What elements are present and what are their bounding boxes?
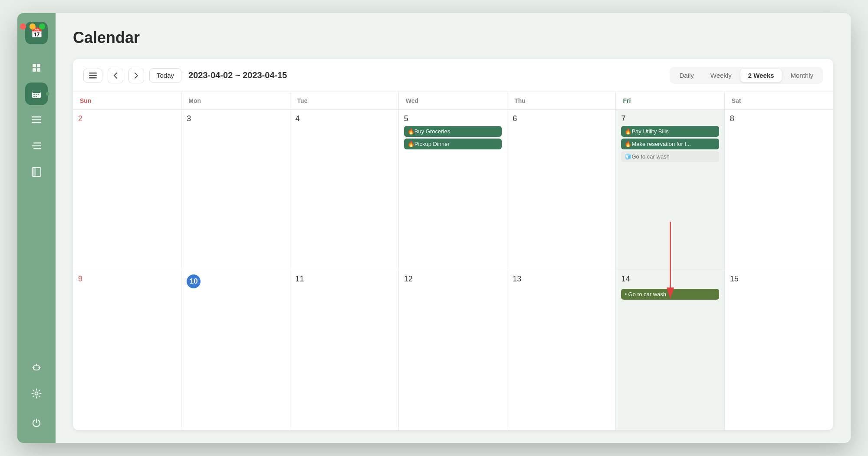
week-row-1: 2 3 4 5 🔥Buy Groceries — [73, 110, 833, 270]
day-cell-6[interactable]: 6 — [507, 110, 616, 270]
header-sun: Sun — [73, 92, 181, 109]
sidebar-icon-recycle[interactable] — [25, 356, 48, 379]
align-icon — [32, 142, 41, 150]
svg-rect-23 — [89, 75, 97, 76]
view-btn-weekly[interactable]: Weekly — [703, 69, 740, 82]
day-cell-11[interactable]: 11 — [290, 270, 399, 430]
sidebar-icon-grid[interactable] — [25, 56, 48, 79]
event-make-reservation[interactable]: 🔥Make reservation for f... — [621, 139, 719, 149]
event-pay-utility[interactable]: 🔥Pay Utility Bills — [621, 126, 719, 137]
header-fri: Fri — [616, 92, 724, 109]
day-number-13: 13 — [513, 274, 521, 284]
svg-rect-22 — [89, 73, 97, 74]
calendar-grid-wrapper: Sun Mon Tue Wed Thu Fri Sat 2 — [73, 92, 833, 430]
svg-rect-3 — [37, 68, 40, 72]
today-badge-wrapper: 10 — [187, 274, 284, 288]
list-icon — [32, 116, 41, 124]
today-button[interactable]: Today — [149, 68, 181, 83]
power-icon — [32, 418, 41, 428]
view-btn-monthly[interactable]: Monthly — [783, 69, 821, 82]
svg-rect-2 — [33, 68, 36, 72]
view-btn-2weeks[interactable]: 2 Weeks — [740, 69, 782, 82]
header-sat: Sat — [725, 92, 833, 109]
header-wed: Wed — [399, 92, 507, 109]
grid-icon — [32, 63, 41, 73]
sidebar: 📅 — [17, 13, 56, 443]
sidebar-icon-power[interactable] — [25, 412, 48, 434]
recycle-icon — [31, 362, 42, 373]
svg-rect-10 — [38, 94, 39, 95]
day-number-15: 15 — [730, 274, 739, 284]
day-cell-4[interactable]: 4 — [290, 110, 399, 270]
svg-rect-1 — [37, 64, 40, 67]
svg-rect-12 — [36, 96, 37, 97]
event-pickup-dinner[interactable]: 🔥Pickup Dinner — [404, 139, 502, 149]
day-number-7: 7 — [621, 114, 625, 123]
svg-rect-17 — [32, 145, 41, 147]
svg-rect-7 — [38, 89, 39, 92]
day-cell-2[interactable]: 2 — [73, 110, 181, 270]
day-cell-15[interactable]: 15 — [725, 270, 833, 430]
layout-icon — [32, 167, 41, 177]
header-mon: Mon — [181, 92, 290, 109]
sidebar-icon-calendar[interactable] — [25, 83, 48, 105]
active-indicator-dot — [46, 92, 49, 96]
day-number-11: 11 — [296, 274, 304, 284]
chevron-left-icon — [113, 72, 118, 79]
sidebar-icon-settings[interactable] — [25, 382, 48, 405]
day-number-8: 8 — [730, 114, 734, 123]
header-tue: Tue — [290, 92, 399, 109]
event-car-wash-origin[interactable]: 🧊Go to car wash — [621, 151, 719, 162]
view-btn-daily[interactable]: Daily — [671, 69, 701, 82]
chevron-right-icon — [134, 72, 138, 79]
svg-rect-0 — [33, 64, 36, 67]
page-title: Calendar — [73, 29, 833, 47]
day-number-10-today: 10 — [187, 274, 201, 288]
day-cell-7[interactable]: 7 🔥Pay Utility Bills 🔥Make reservation f… — [616, 110, 724, 270]
svg-rect-6 — [34, 89, 35, 92]
close-button[interactable] — [20, 23, 26, 30]
event-car-wash-destination[interactable]: • Go to car wash — [621, 289, 719, 300]
main-content: Calendar — [56, 13, 851, 443]
svg-rect-8 — [33, 94, 35, 95]
day-number-14: 14 — [621, 274, 630, 284]
svg-rect-15 — [32, 122, 41, 123]
day-cell-13[interactable]: 13 — [507, 270, 616, 430]
svg-rect-11 — [33, 96, 35, 97]
app-window: 📅 — [17, 13, 851, 443]
day-cell-3[interactable]: 3 — [181, 110, 290, 270]
maximize-button[interactable] — [39, 23, 45, 30]
day-number-9: 9 — [78, 274, 82, 284]
sidebar-icon-list[interactable] — [25, 109, 48, 131]
list-view-button[interactable] — [83, 69, 102, 83]
day-headers: Sun Mon Tue Wed Thu Fri Sat — [73, 92, 833, 110]
day-cell-12[interactable]: 12 — [399, 270, 507, 430]
list-icon — [89, 73, 97, 79]
day-cell-14[interactable]: 14 • Go to car wash — [616, 270, 724, 430]
sidebar-icon-layout[interactable] — [25, 161, 48, 183]
next-button[interactable] — [128, 68, 144, 83]
svg-rect-14 — [32, 119, 41, 121]
svg-rect-24 — [89, 77, 97, 79]
event-buy-groceries[interactable]: 🔥Buy Groceries — [404, 126, 502, 137]
prev-button[interactable] — [108, 68, 123, 83]
day-cell-10[interactable]: 10 — [181, 270, 290, 430]
day-number-5: 5 — [404, 114, 408, 123]
minimize-button[interactable] — [30, 23, 36, 30]
calendar-rows: 2 3 4 5 🔥Buy Groceries — [73, 110, 833, 430]
day-number-2: 2 — [78, 114, 82, 123]
svg-rect-5 — [32, 90, 41, 93]
traffic-lights — [20, 23, 45, 30]
day-cell-8[interactable]: 8 — [725, 110, 833, 270]
svg-rect-13 — [32, 116, 41, 118]
view-switcher: Daily Weekly 2 Weeks Monthly — [670, 67, 823, 84]
day-number-12: 12 — [404, 274, 413, 284]
calendar-toolbar: Today 2023-04-02 ~ 2023-04-15 Daily Week… — [73, 59, 833, 92]
svg-rect-20 — [32, 168, 36, 176]
day-number-3: 3 — [187, 114, 191, 123]
week-row-2: 9 10 11 1 — [73, 270, 833, 430]
header-thu: Thu — [507, 92, 616, 109]
sidebar-icon-align[interactable] — [25, 135, 48, 157]
day-cell-5[interactable]: 5 🔥Buy Groceries 🔥Pickup Dinner — [399, 110, 507, 270]
day-cell-9[interactable]: 9 — [73, 270, 181, 430]
